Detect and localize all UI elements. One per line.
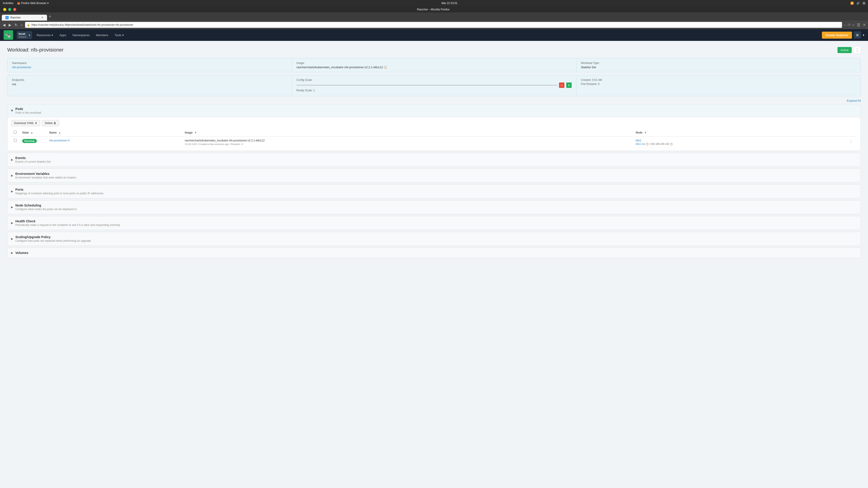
namespace-link[interactable]: nfs-provisioner: [12, 66, 31, 69]
cluster-sub: Default: [19, 35, 26, 38]
namespace-value: nfs-provisioner: [12, 66, 287, 69]
section-subtitle-ports: Mappings of container listening ports to…: [16, 192, 104, 195]
node-name-link[interactable]: k8s1: [636, 139, 641, 142]
resources-chevron-icon: ▾: [52, 33, 53, 37]
pod-name-cell: nfs-provisioner-0: [46, 136, 182, 148]
chevron-volumes-icon: ▶: [11, 251, 13, 254]
namespace-section: Namespace: nfs-provisioner: [7, 58, 292, 72]
minimize-button[interactable]: –: [3, 8, 6, 11]
top-nav: 🐄 local Default ▾ Resources ▾ Apps Names…: [0, 29, 868, 41]
select-all-checkbox[interactable]: [14, 131, 17, 134]
pods-table-body: Running nfs-provisioner-0 ranchercharts/…: [11, 136, 857, 148]
address-input[interactable]: 🔒 https://rancher.me/p/local:p-l9qbn/wor…: [25, 22, 842, 28]
tab-favicon: R: [5, 16, 8, 19]
trash-icon: 🗑: [54, 122, 56, 125]
pod-state-badge: Running: [22, 139, 37, 143]
nav-apps[interactable]: Apps: [57, 32, 69, 38]
maximize-button[interactable]: □: [8, 8, 11, 11]
svg-text:🐄: 🐄: [5, 32, 11, 38]
section-header-scaling-upgrade-policy[interactable]: ▶ Scaling/Upgrade Policy Configure how p…: [7, 232, 861, 246]
cluster-selector[interactable]: local Default ▾: [17, 31, 32, 39]
address-bar: ◀ ▶ ↻ ⌂ 🔒 https://rancher.me/p/local:p-l…: [0, 21, 868, 29]
name-column-header[interactable]: Name ▲: [46, 129, 182, 136]
image-section: Image: ranchercharts/kubernetes_incubato…: [292, 58, 576, 72]
workload-header: Workload: nfs-provisioner Active ⋮: [7, 46, 861, 54]
os-bar-left: Activities 🦊 Firefox Web Browser ▾: [3, 2, 49, 5]
tab-title: Rancher: [10, 16, 21, 19]
config-scale-label: Config Scale:: [296, 78, 571, 82]
scale-down-button[interactable]: −: [559, 83, 564, 88]
nav-resources[interactable]: Resources ▾: [34, 32, 56, 38]
status-badge: Active: [837, 47, 852, 53]
cluster-name: local: [19, 32, 26, 35]
pod-image-cell: ranchercharts/kubernetes_incubator-nfs-p…: [182, 136, 633, 148]
row-checkbox-cell: [11, 136, 20, 148]
expand-all-link[interactable]: Expand All: [847, 99, 861, 102]
nav-grid-icon-button[interactable]: ⊞: [854, 31, 861, 39]
copy-node-ip-button[interactable]: 📋: [670, 143, 673, 145]
back-button[interactable]: ◀: [2, 22, 6, 28]
scale-up-button[interactable]: +: [566, 83, 572, 88]
chevron-events-icon: ▶: [11, 158, 13, 161]
browser-tab[interactable]: R Rancher ✕: [2, 15, 47, 21]
pod-node-cell: k8s1 ⋮ k8s1.me 📋 / 192.168.194.132 📋: [633, 136, 857, 148]
sidebar-icon[interactable]: ☰: [856, 23, 861, 27]
nav-members[interactable]: Members: [93, 32, 111, 38]
pod-name-link[interactable]: nfs-provisioner-0: [49, 139, 69, 142]
activities-label[interactable]: Activities: [3, 2, 13, 5]
node-column-header: Node ▼: [633, 129, 857, 136]
window-controls[interactable]: – □ ✕: [1, 8, 18, 11]
created-label: Created: 3:01 AM: [581, 78, 856, 82]
row-checkbox[interactable]: [14, 139, 17, 142]
section-scaling-upgrade-policy: ▶ Scaling/Upgrade Policy Configure how p…: [7, 232, 861, 246]
copy-image-button[interactable]: 📋: [384, 66, 387, 69]
image-sort-icon: ▼: [194, 131, 197, 134]
tools-chevron-icon: ▾: [122, 33, 124, 37]
address-bar-right: ⋯ 🛡 ☆: [843, 23, 855, 27]
node-host-link[interactable]: k8s1.me: [636, 142, 645, 145]
close-button[interactable]: ✕: [13, 8, 16, 11]
chevron-node-scheduling-icon: ▶: [11, 205, 13, 209]
refresh-button[interactable]: ↻: [13, 22, 18, 28]
more-actions-button[interactable]: ⋮: [854, 46, 861, 54]
pods-chevron-icon: ▶: [11, 110, 14, 112]
table-actions: Download YAML ⬇ Delete 🗑: [11, 120, 857, 126]
scale-line: [296, 85, 557, 86]
forward-button[interactable]: ▶: [8, 22, 12, 28]
section-header-volumes[interactable]: ▶ Volumes: [7, 248, 861, 258]
chevron-health-check-icon: ▶: [11, 221, 13, 225]
section-header-node-scheduling[interactable]: ▶ Node Scheduling Configure what nodes t…: [7, 200, 861, 214]
pods-table-header: State ▲ Name ▲ Image ▼: [11, 129, 857, 136]
section-health-check: ▶ Health Check Periodically make a reque…: [7, 216, 861, 230]
tab-close-button[interactable]: ✕: [41, 16, 43, 19]
nav-links: Resources ▾ Apps Namespaces Members Tool…: [34, 32, 127, 38]
section-header-health-check[interactable]: ▶ Health Check Periodically make a reque…: [7, 216, 861, 230]
network-icon: 📶: [850, 2, 854, 5]
copy-node-host-button[interactable]: 📋: [646, 143, 649, 145]
section-header-events[interactable]: ▶ Events Events of current Stateful Set: [7, 153, 861, 166]
extensions-icon: ⋯: [843, 23, 846, 27]
workload-info-card-1: Namespace: nfs-provisioner Image: ranche…: [7, 58, 861, 72]
pods-section-subtitle: Pods in this workload: [16, 111, 41, 114]
scale-controls: − +: [296, 83, 571, 88]
section-title-ports: Ports: [16, 188, 104, 191]
new-tab-button[interactable]: +: [47, 14, 53, 19]
pods-section-header[interactable]: ▶ Pods Pods in this workload: [7, 104, 861, 117]
pod-row-actions-button[interactable]: ⋮: [848, 139, 854, 144]
download-yaml-button[interactable]: Download YAML ⬇: [11, 120, 40, 126]
nav-namespaces[interactable]: Namespaces: [70, 32, 92, 38]
state-column-header[interactable]: State ▲: [20, 129, 46, 136]
section-title-events: Events: [16, 156, 51, 160]
section-header-environment-variables[interactable]: ▶ Environment Variables Environment Vari…: [7, 169, 861, 182]
table-row: Running nfs-provisioner-0 ranchercharts/…: [11, 136, 857, 148]
cluster-explorer-button[interactable]: Cluster Explorer: [822, 32, 852, 39]
section-header-ports[interactable]: ▶ Ports Mappings of container listening …: [7, 185, 861, 198]
image-column-header: Image ▼: [182, 129, 633, 136]
app-menu-icon[interactable]: ≡: [862, 23, 866, 27]
bookmark-icon[interactable]: ☆: [852, 23, 855, 27]
os-bar-right: 📶 🔊 ⏻: [850, 2, 865, 5]
header-actions: Active ⋮: [837, 46, 861, 54]
nav-tools[interactable]: Tools ▾: [112, 32, 127, 38]
home-button[interactable]: ⌂: [20, 22, 24, 28]
delete-button[interactable]: Delete 🗑: [42, 120, 59, 126]
